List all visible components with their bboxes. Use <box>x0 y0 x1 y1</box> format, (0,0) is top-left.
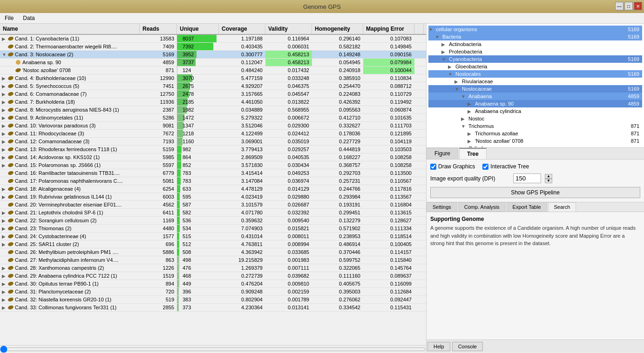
table-row[interactable]: ▶ Cand. 33: Collimonas fungivorans Ter33… <box>0 304 426 312</box>
table-row[interactable]: Cand. 17: Polaromonas naphthalenivorans … <box>0 177 426 185</box>
expand-arrow[interactable]: ▶ <box>2 92 7 97</box>
table-row[interactable]: ▶ Cand. 30: Opitutus terrae PB90-1 (1) 8… <box>0 280 426 288</box>
tree-node-label[interactable]: Anabaena sp. 90 <box>473 100 515 107</box>
table-row[interactable]: ▶ Cand. 29: Anabaena cylindrica PCC 7122… <box>0 272 426 280</box>
tree-expand-icon[interactable]: ▼ <box>435 34 441 40</box>
draw-graphics-label[interactable]: Draw Graphics <box>430 163 475 170</box>
expand-arrow[interactable]: ▶ <box>2 115 7 120</box>
tree-expand-icon[interactable]: ▶ <box>448 64 454 69</box>
table-row[interactable]: ▶ Cand. 28: Xanthomonas campestris (2) 1… <box>0 264 426 272</box>
expand-arrow[interactable]: ▶ <box>2 131 7 136</box>
expand-arrow[interactable]: ▶ <box>2 289 7 294</box>
tab-figure[interactable]: Figure <box>427 148 458 159</box>
tree-node-label[interactable]: Anabaena cylindrica <box>473 108 523 114</box>
expand-arrow[interactable]: ▶ <box>2 139 7 144</box>
table-row[interactable]: Cand. 20: Verminephrobacter eiseniae EF0… <box>0 201 426 209</box>
tree-node[interactable]: ▶ Actinobacteria <box>428 40 642 48</box>
tree-node[interactable]: ▶ Anabaena sp. 90 4859 <box>428 100 642 107</box>
tree-expand-icon[interactable]: ▶ <box>441 49 447 54</box>
table-row[interactable]: ▶ Cand. 6: Comamonadaceae (7) 12750 2478… <box>0 90 426 98</box>
expand-arrow[interactable]: ▶ <box>2 100 7 105</box>
table-row[interactable]: ▶ Cand. 32: Niastella koreensis GR20-10 … <box>0 296 426 304</box>
expand-arrow[interactable]: ▶ <box>2 76 7 81</box>
expand-arrow[interactable]: ▶ <box>2 147 7 152</box>
tree-expand-icon[interactable]: ▼ <box>428 27 434 32</box>
table-row[interactable]: ▶ Cand. 4: Burkholderiaceae (10) 12990 3… <box>0 74 426 82</box>
table-row[interactable]: ▶ Cand. 21: Leptothrix cholodnii SP-6 (1… <box>0 209 426 217</box>
hscroll-input[interactable] <box>0 346 426 352</box>
tree-expand-icon[interactable]: ▶ <box>468 131 473 136</box>
tab-tree[interactable]: Tree <box>459 148 487 159</box>
tree-node-label[interactable]: Gloeobacteria <box>454 63 489 70</box>
table-row[interactable]: ▶ Cand. 15: Polaromonas sp. JS666 (1) 55… <box>0 161 426 169</box>
tree-expand-icon[interactable]: ▶ <box>441 42 447 47</box>
tree-node[interactable]: ▼ cellular organisms 5169 <box>428 26 642 33</box>
table-row[interactable]: ▶ Cand. 18: Alcaligenaceae (4) 6254 633 … <box>0 185 426 193</box>
expand-arrow[interactable]: ▶ <box>2 218 7 223</box>
tree-node[interactable]: ▶ Nostoc <box>428 115 642 122</box>
expand-arrow[interactable]: ▶ <box>2 163 7 168</box>
tree-expand-icon[interactable]: ▶ <box>454 79 460 84</box>
minimize-button[interactable]: — <box>615 2 624 10</box>
help-button[interactable]: Help <box>427 342 450 351</box>
expand-arrow[interactable]: ▶ <box>2 273 7 279</box>
tree-node[interactable]: ▶ Proteobacteria <box>428 48 642 55</box>
tree-node[interactable]: ▶ Cylindrospermum <box>428 145 642 148</box>
dpi-down-button[interactable]: ▼ <box>545 179 552 183</box>
tree-node[interactable]: ▶ Gloeobacteria <box>428 63 642 70</box>
btab-search[interactable]: Search <box>548 202 576 212</box>
table-body[interactable]: ▶ Cand. 1: Cyanobacteria (11) 13583 8037… <box>0 35 426 345</box>
interactive-tree-label[interactable]: Interactive Tree <box>482 163 529 170</box>
tree-node[interactable]: ▼ Trichormus 871 <box>428 122 642 130</box>
expand-arrow[interactable]: ▶ <box>2 155 7 160</box>
table-row[interactable]: 'Nostoc azollae' 0708 871 124 0.484240 0… <box>0 67 426 74</box>
console-button[interactable]: Console <box>452 342 483 351</box>
tree-expand-icon[interactable]: ▼ <box>441 57 447 62</box>
table-row[interactable]: ▶ Cand. 9: Actinomycetales (11) 5286 147… <box>0 114 426 122</box>
expand-arrow[interactable]: ▶ <box>2 226 7 231</box>
table-row[interactable]: ▶ Cand. 24: Cystobacterineae (4) 1577 51… <box>0 233 426 240</box>
tree-node-label[interactable]: 'Nostoc azollae' 0708 <box>473 138 525 144</box>
expand-arrow[interactable]: ▶ <box>2 210 7 215</box>
table-row[interactable]: ▶ Cand. 11: Rhodocyclaceae (3) 7672 1218… <box>0 130 426 138</box>
table-row[interactable]: ▶ Cand. 10: Variovorax paradoxus (3) 908… <box>0 122 426 130</box>
tree-node-label[interactable]: Nostocales <box>454 71 482 77</box>
horizontal-scrollbar[interactable] <box>0 345 426 353</box>
expand-arrow[interactable]: ▶ <box>2 242 7 247</box>
maximize-button[interactable]: □ <box>624 2 633 10</box>
tree-node[interactable]: ▶ 'Nostoc azollae' 0708 871 <box>428 137 642 145</box>
expand-arrow[interactable]: ▶ <box>2 297 7 302</box>
table-row[interactable]: Cand. 27: Methylacidiphilum infernorum V… <box>0 256 426 264</box>
table-row[interactable]: Cand. 2: Thermoanaerobacter wiegelii Rt8… <box>0 43 426 51</box>
tree-node[interactable]: ▼ Nostocaceae 5169 <box>428 85 642 93</box>
expand-arrow[interactable]: ▶ <box>2 194 7 200</box>
expand-arrow[interactable]: ▶ <box>2 107 7 113</box>
tree-node[interactable]: ▶ Anabaena cylindrica <box>428 107 642 115</box>
tree-node-label[interactable]: Bacteria <box>441 33 463 40</box>
table-row[interactable]: Anabaena sp. 90 4859 3737 0.112047 0.458… <box>0 59 426 67</box>
table-row[interactable]: Cand. 26: Methylibium petroleiphilum PM1… <box>0 248 426 256</box>
tree-node-label[interactable]: cellular organisms <box>434 26 479 33</box>
btab-settings[interactable]: Settings <box>427 202 457 212</box>
dpi-up-button[interactable]: ▲ <box>545 174 552 179</box>
tree-node-label[interactable]: Nostoc <box>467 115 486 122</box>
table-row[interactable]: ▶ Cand. 31: Planctomycetaceae (2) 720 39… <box>0 288 426 296</box>
show-gps-pipeline-button[interactable]: Show GPS Pipeline <box>430 187 640 198</box>
table-row[interactable]: ▶ Cand. 13: Rhodoferax ferrireducens T11… <box>0 146 426 153</box>
table-row[interactable]: ▶ Cand. 8: Microcystis aeruginosa NIES-8… <box>0 106 426 114</box>
expand-arrow[interactable]: ▶ <box>2 281 7 286</box>
tree-node-label[interactable]: Actinobacteria <box>447 41 483 47</box>
dpi-input[interactable] <box>513 173 541 183</box>
tree-node-label[interactable]: Nostocaceae <box>460 86 494 92</box>
tree-node-label[interactable]: Trichormus <box>467 123 496 129</box>
tree-node-label[interactable]: Rivulariaceae <box>460 78 495 85</box>
tree-node[interactable]: ▶ Trichormus azollae 871 <box>428 130 642 137</box>
expand-arrow[interactable]: ▶ <box>2 123 7 128</box>
table-row[interactable]: ▶ Cand. 22: Sorangium cellulosum (2) 116… <box>0 217 426 225</box>
table-row[interactable]: ▶ Cand. 12: Comamonadaceae (3) 7193 1160… <box>0 138 426 146</box>
table-row[interactable]: ▶ Cand. 14: Acidovorax sp. KKS102 (1) 59… <box>0 153 426 161</box>
tree-area[interactable]: ▼ cellular organisms 5169 ▼ Bacteria 516… <box>427 24 644 148</box>
table-row[interactable]: ▶ Cand. 19: Rubrivivax gelatinosus IL144… <box>0 193 426 201</box>
tree-expand-icon[interactable]: ▶ <box>468 101 473 107</box>
expand-arrow[interactable]: ▶ <box>2 36 7 41</box>
